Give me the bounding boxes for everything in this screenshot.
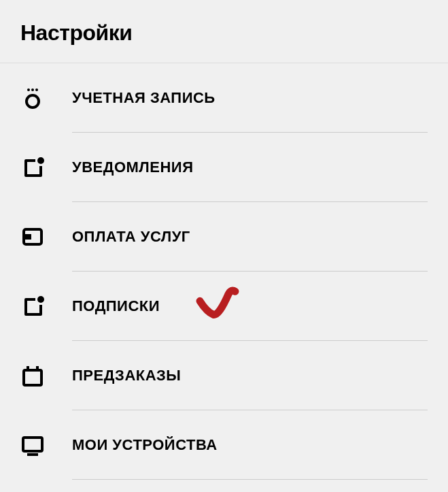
page-title: Настройки xyxy=(20,20,428,46)
settings-menu: УЧЕТНАЯ ЗАПИСЬ УВЕДОМЛЕНИЯ ОПЛАТА УСЛУГ xyxy=(0,63,448,480)
notification-badge-icon xyxy=(20,294,54,318)
menu-label-subscriptions: ПОДПИСКИ xyxy=(72,297,160,315)
menu-label-preorders: ПРЕДЗАКАЗЫ xyxy=(72,367,181,384)
menu-item-devices[interactable]: МОИ УСТРОЙСТВА xyxy=(0,410,448,480)
menu-label-payment: ОПЛАТА УСЛУГ xyxy=(72,228,190,246)
svg-point-7 xyxy=(37,296,44,303)
header: Настройки xyxy=(0,0,448,63)
svg-point-1 xyxy=(27,88,30,91)
menu-item-preorders[interactable]: ПРЕДЗАКАЗЫ xyxy=(0,341,448,410)
menu-item-payment[interactable]: ОПЛАТА УСЛУГ xyxy=(0,202,448,272)
wallet-icon xyxy=(20,225,54,249)
svg-point-3 xyxy=(35,88,38,91)
monitor-icon xyxy=(20,433,54,457)
svg-rect-8 xyxy=(24,370,41,385)
notification-badge-icon xyxy=(20,155,54,180)
svg-point-0 xyxy=(27,95,39,108)
menu-label-account: УЧЕТНАЯ ЗАПИСЬ xyxy=(72,89,216,107)
svg-point-4 xyxy=(37,157,44,164)
svg-rect-11 xyxy=(23,438,42,451)
menu-label-devices: МОИ УСТРОЙСТВА xyxy=(72,436,218,454)
calendar-icon xyxy=(20,363,54,388)
menu-label-notifications: УВЕДОМЛЕНИЯ xyxy=(72,159,193,176)
svg-rect-6 xyxy=(24,234,31,240)
menu-item-subscriptions[interactable]: ПОДПИСКИ xyxy=(0,272,448,341)
menu-item-notifications[interactable]: УВЕДОМЛЕНИЯ xyxy=(0,133,448,202)
account-icon xyxy=(20,86,54,110)
checkmark-annotation-icon xyxy=(194,286,242,323)
svg-point-2 xyxy=(31,88,34,91)
menu-item-account[interactable]: УЧЕТНАЯ ЗАПИСЬ xyxy=(0,63,448,133)
